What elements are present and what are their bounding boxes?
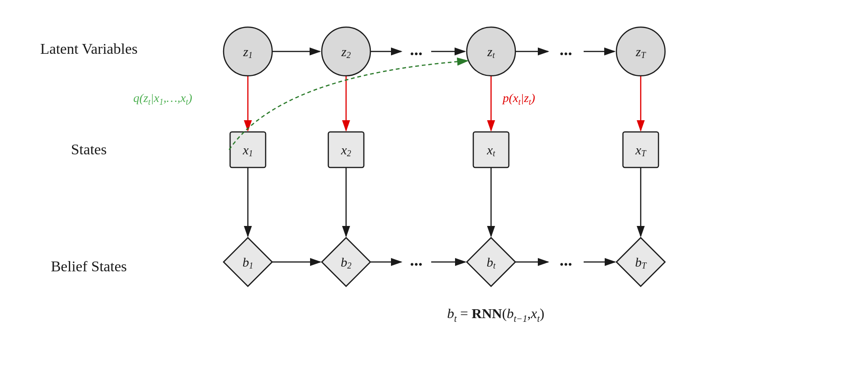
latent-variables-label: Latent Variables	[40, 40, 137, 57]
belief-states-label: Belief States	[51, 258, 127, 275]
states-label: States	[71, 141, 107, 158]
dots-b-right: ···	[560, 255, 572, 274]
bt-rnn-formula: bt = RNN(bt−1,xt)	[447, 305, 544, 324]
q-formula-label: q(zt|x1,…,xt)	[133, 91, 192, 107]
p-formula-label: p(xt|zt)	[502, 91, 535, 107]
dots-b-left: ···	[410, 255, 423, 274]
diagram-container: Latent Variables States Belief States z1…	[0, 0, 868, 378]
dots-z-right: ···	[560, 44, 572, 63]
dots-z-left: ···	[410, 44, 423, 63]
